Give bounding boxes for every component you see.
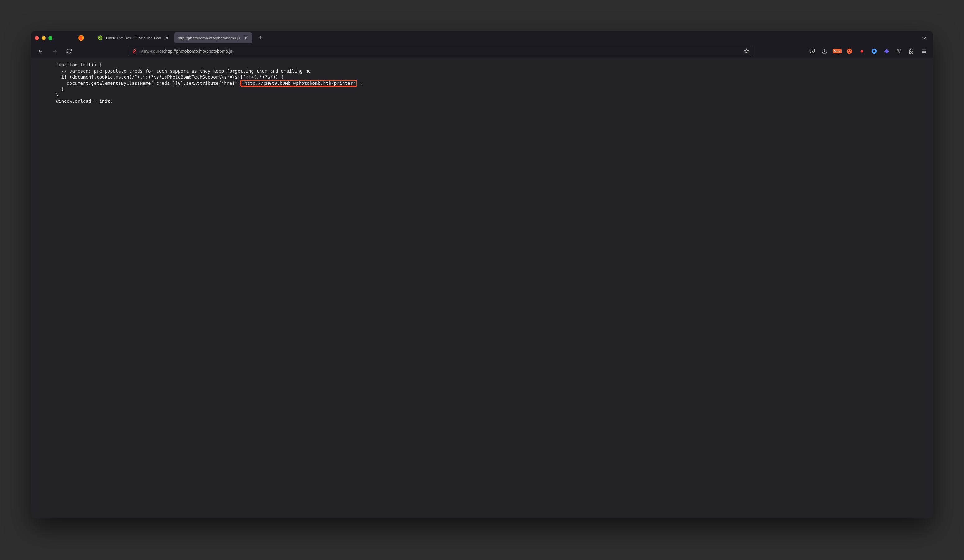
highlighted-credentials: 'http://pH0t0:b0Mb!@photobomb.htb/printe… — [240, 80, 357, 87]
tab-bar: Hack The Box :: Hack The Box ✕ http://ph… — [31, 31, 933, 45]
minimize-window-button[interactable] — [42, 36, 46, 40]
back-button[interactable] — [36, 46, 46, 56]
maximize-window-button[interactable] — [49, 36, 52, 40]
tab-title: Hack The Box :: Hack The Box — [106, 36, 161, 41]
page-content: function init() { // Jameson: pre-popula… — [31, 58, 933, 518]
close-tab-icon[interactable]: ✕ — [164, 35, 169, 41]
extension-icon-4[interactable] — [894, 47, 904, 56]
nav-bar: view-source:http://photobomb.htb/photobo… — [31, 45, 933, 58]
svg-marker-3 — [744, 49, 749, 54]
close-tab-icon[interactable]: ✕ — [243, 35, 249, 41]
download-icon[interactable] — [820, 47, 829, 56]
svg-point-9 — [873, 50, 876, 52]
htb-favicon-icon — [98, 36, 103, 41]
pocket-icon[interactable] — [808, 47, 817, 56]
svg-point-6 — [850, 50, 851, 51]
extension-icon-1[interactable] — [857, 47, 866, 56]
bookmark-star-icon[interactable] — [744, 49, 749, 54]
tabs-container: Hack The Box :: Hack The Box ✕ http://ph… — [94, 32, 252, 44]
menu-icon[interactable] — [919, 47, 928, 56]
tab-hackthebox[interactable]: Hack The Box :: Hack The Box ✕ — [94, 32, 173, 44]
firefox-icon — [77, 34, 85, 42]
svg-point-4 — [847, 49, 852, 54]
tab-title: http://photobomb.htb/photobomb.js — [177, 36, 240, 41]
browser-window: Hack The Box :: Hack The Box ✕ http://ph… — [31, 31, 933, 518]
close-window-button[interactable] — [35, 36, 39, 40]
extension-icon-2[interactable] — [870, 47, 879, 56]
source-code: function init() { // Jameson: pre-popula… — [56, 62, 908, 105]
extension-icon-3[interactable] — [882, 47, 891, 56]
insecure-lock-icon — [132, 49, 137, 54]
forward-button[interactable] — [50, 46, 60, 56]
url-text: view-source:http://photobomb.htb/photobo… — [141, 49, 740, 54]
svg-point-7 — [861, 50, 863, 53]
toolbar-icons: Burp — [808, 47, 928, 56]
hacker-extension-icon[interactable] — [845, 47, 854, 56]
svg-point-5 — [848, 50, 849, 51]
address-bar[interactable]: view-source:http://photobomb.htb/photobo… — [128, 46, 754, 57]
burp-extension-icon[interactable]: Burp — [832, 47, 842, 56]
svg-marker-10 — [884, 49, 889, 54]
reload-button[interactable] — [64, 46, 74, 56]
extensions-icon[interactable] — [907, 47, 916, 56]
tabs-dropdown-button[interactable] — [919, 36, 929, 41]
tab-photobomb[interactable]: http://photobomb.htb/photobomb.js ✕ — [174, 32, 252, 44]
traffic-lights — [35, 36, 52, 40]
new-tab-button[interactable]: + — [256, 33, 265, 43]
